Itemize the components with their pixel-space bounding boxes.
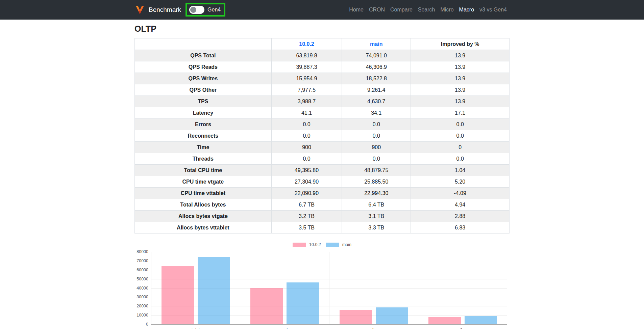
gen4-toggle-highlight-box: Gen4 <box>185 3 225 17</box>
value-10.0.2: 0.0 <box>271 130 342 142</box>
nav-link-cron[interactable]: CRON <box>366 7 388 13</box>
bar-10.0.2-reads <box>250 288 283 324</box>
value-10.0.2: 63,819.8 <box>271 50 342 61</box>
y-tick-label: 10000 <box>134 313 148 318</box>
value-main: 34.1 <box>342 107 411 119</box>
legend-item-main[interactable]: main <box>326 242 351 247</box>
value-10.0.2: 22,090.90 <box>271 188 342 199</box>
navbar-container: Benchmark Gen4 HomeCRONCompareSearchMicr… <box>134 3 510 17</box>
table-row: Latency 41.1 34.1 17.1 <box>135 107 510 119</box>
value-10.0.2: 7,977.5 <box>271 84 342 96</box>
table-row: Reconnects 0.0 0.0 0.0 <box>135 130 510 142</box>
bar-main-total <box>198 257 230 324</box>
value-10.0.2: 49,395.80 <box>271 165 342 176</box>
metric-label: Errors <box>135 119 272 130</box>
y-tick-label: 30000 <box>134 295 148 299</box>
metric-label: TPS <box>135 96 272 107</box>
value-main: 46,306.9 <box>342 61 411 73</box>
table-row: Allocs bytes vttablet 3.5 TB 3.3 TB 6.83 <box>135 222 510 234</box>
x-gridline <box>151 252 151 324</box>
value-improved: 13.9 <box>411 61 510 73</box>
metric-label: QPS Reads <box>135 61 272 73</box>
value-improved: 13.9 <box>411 96 510 107</box>
metric-label: Latency <box>135 107 272 119</box>
table-row: QPS Writes 15,954.9 18,522.8 13.9 <box>135 73 510 84</box>
value-improved: 0 <box>411 142 510 153</box>
value-improved: -4.09 <box>411 188 510 199</box>
bar-main-reads <box>287 282 319 324</box>
value-main: 3.3 TB <box>342 222 411 234</box>
value-main: 6.4 TB <box>342 199 411 211</box>
table-row: TPS 3,988.7 4,630.7 13.9 <box>135 96 510 107</box>
x-gridline <box>507 252 507 324</box>
y-tick-label: 20000 <box>134 304 148 308</box>
benchmark-table: 10.0.2 main Improved by % QPS Total 63,8… <box>134 38 510 234</box>
table-header-row: 10.0.2 main Improved by % <box>135 38 510 50</box>
legend-swatch-pink-icon <box>293 243 306 247</box>
metric-label: Total CPU time <box>135 165 272 176</box>
x-tick-label-total: total <box>192 328 200 329</box>
bar-main-writes <box>376 307 408 324</box>
x-tick-label-other: other <box>457 328 467 329</box>
toggle-knob-icon <box>190 7 196 13</box>
table-row: Time 900 900 0 <box>135 142 510 153</box>
brand[interactable]: Benchmark <box>134 4 181 16</box>
legend-item-10.0.2[interactable]: 10.0.2 <box>293 242 321 247</box>
value-main: 3.1 TB <box>342 211 411 222</box>
value-10.0.2: 3,988.7 <box>271 96 342 107</box>
x-axis-line <box>151 324 507 325</box>
bar-10.0.2-other <box>428 317 461 324</box>
y-tick-label: 40000 <box>134 286 148 291</box>
legend-swatch-blue-icon <box>326 243 339 247</box>
nav-link-compare[interactable]: Compare <box>388 7 415 13</box>
metric-label: QPS Writes <box>135 73 272 84</box>
table-body: QPS Total 63,819.8 74,091.0 13.9 QPS Rea… <box>135 50 510 234</box>
value-10.0.2: 39,887.3 <box>271 61 342 73</box>
metric-label: QPS Total <box>135 50 272 61</box>
x-gridline <box>329 252 329 324</box>
nav-link-home[interactable]: Home <box>346 7 366 13</box>
nav-link-search[interactable]: Search <box>415 7 438 13</box>
y-tick-label: 0 <box>134 322 148 327</box>
value-10.0.2: 6.7 TB <box>271 199 342 211</box>
table-row: QPS Other 7,977.5 9,261.4 13.9 <box>135 84 510 96</box>
value-10.0.2: 900 <box>271 142 342 153</box>
value-main: 18,522.8 <box>342 73 411 84</box>
value-10.0.2: 27,304.90 <box>271 176 342 188</box>
value-main: 4,630.7 <box>342 96 411 107</box>
bar-10.0.2-writes <box>340 310 372 324</box>
y-tick-label: 70000 <box>134 258 148 263</box>
value-main: 25,885.50 <box>342 176 411 188</box>
metric-label: Time <box>135 142 272 153</box>
bar-10.0.2-total <box>162 266 194 324</box>
table-row: Total CPU time 49,395.80 48,879.75 1.04 <box>135 165 510 176</box>
bar-chart-canvas[interactable]: 0100002000030000400005000060000700008000… <box>134 250 510 329</box>
value-improved: 0.0 <box>411 130 510 142</box>
page-title: OLTP <box>134 24 510 34</box>
metric-label: Reconnects <box>135 130 272 142</box>
x-gridline <box>240 252 240 324</box>
gen4-toggle-switch[interactable] <box>189 6 204 14</box>
version-link-10.0.2[interactable]: 10.0.2 <box>271 38 342 50</box>
metric-label: Total Allocs bytes <box>135 199 272 211</box>
gen4-toggle-label: Gen4 <box>207 7 221 13</box>
table-row: Errors 0.0 0.0 0.0 <box>135 119 510 130</box>
version-link-main[interactable]: main <box>342 38 411 50</box>
nav-link-macro[interactable]: Macro <box>456 7 477 13</box>
value-improved: 0.0 <box>411 153 510 165</box>
table-row: Allocs bytes vtgate 3.2 TB 3.1 TB 2.88 <box>135 211 510 222</box>
table-row: Threads 0.0 0.0 0.0 <box>135 153 510 165</box>
value-10.0.2: 3.2 TB <box>271 211 342 222</box>
nav-link-v3-vs-gen4[interactable]: v3 vs Gen4 <box>477 7 510 13</box>
table-row: QPS Total 63,819.8 74,091.0 13.9 <box>135 50 510 61</box>
value-main: 900 <box>342 142 411 153</box>
metric-label: Allocs bytes vttablet <box>135 222 272 234</box>
value-main: 74,091.0 <box>342 50 411 61</box>
nav-links: HomeCRONCompareSearchMicroMacrov3 vs Gen… <box>346 7 510 13</box>
value-improved: 17.1 <box>411 107 510 119</box>
nav-link-micro[interactable]: Micro <box>438 7 456 13</box>
legend-label: 10.0.2 <box>309 242 321 247</box>
value-improved: 13.9 <box>411 73 510 84</box>
x-gridline <box>418 252 418 324</box>
y-tick-label: 80000 <box>134 249 148 254</box>
